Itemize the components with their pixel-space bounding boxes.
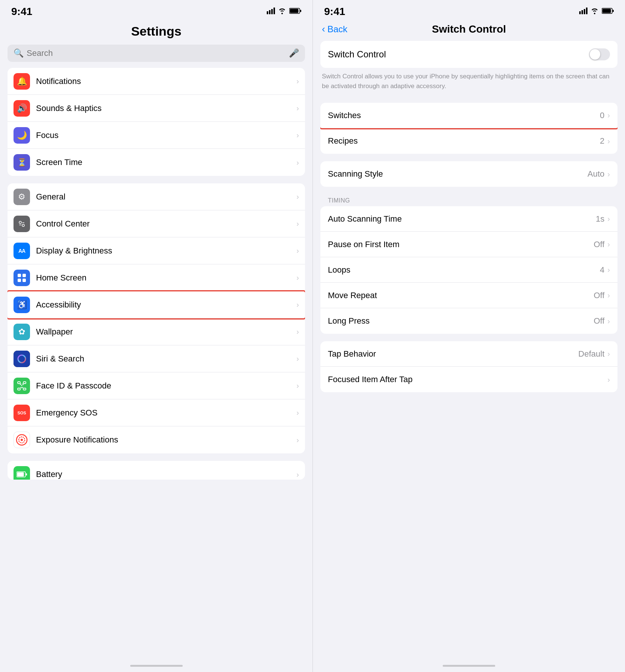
switches-chevron: ›: [607, 111, 610, 120]
svg-rect-32: [602, 9, 611, 13]
svg-rect-14: [23, 279, 26, 282]
exposure-label: Exposure Notifications: [36, 435, 293, 445]
siri-label: Siri & Search: [36, 354, 293, 364]
right-item-focused-item-after-tap[interactable]: Focused Item After Tap ›: [320, 367, 617, 392]
svg-rect-19: [18, 388, 20, 390]
right-item-switches[interactable]: Switches 0 ›: [320, 103, 617, 128]
display-label: Display & Brightness: [36, 246, 293, 256]
left-panel: 9:41 Settings 🔍 🎤 🔔 Notifications ›: [0, 0, 312, 672]
long-press-value: Off: [593, 316, 604, 326]
accessibility-icon: ♿: [14, 297, 30, 313]
faceid-chevron: ›: [296, 381, 299, 390]
focused-item-after-tap-label: Focused Item After Tap: [328, 375, 607, 384]
siri-chevron: ›: [296, 354, 299, 363]
control-center-icon: [14, 216, 30, 232]
wallpaper-icon: ✿: [14, 324, 30, 340]
svg-rect-0: [267, 11, 268, 14]
siri-icon: [14, 351, 30, 367]
right-page-title: Switch Control: [432, 23, 506, 35]
left-page-title: Settings: [0, 20, 312, 45]
svg-rect-17: [18, 382, 20, 384]
sidebar-item-faceid[interactable]: Face ID & Passcode ›: [8, 372, 305, 399]
switch-control-toggle-row[interactable]: Switch Control: [320, 41, 617, 68]
notifications-chevron: ›: [296, 77, 299, 86]
battery-chevron: ›: [296, 470, 299, 479]
sidebar-item-homescreen[interactable]: Home Screen ›: [8, 264, 305, 291]
sounds-chevron: ›: [296, 104, 299, 112]
right-signal-icon: [579, 8, 587, 16]
search-bar[interactable]: 🔍 🎤: [8, 45, 305, 62]
faceid-label: Face ID & Passcode: [36, 381, 293, 391]
screentime-label: Screen Time: [36, 158, 293, 167]
control-center-label: Control Center: [36, 219, 293, 229]
svg-rect-18: [23, 382, 26, 384]
display-icon: AA: [14, 243, 30, 259]
svg-rect-27: [579, 11, 581, 14]
sounds-icon: 🔊: [14, 100, 30, 117]
svg-rect-15: [14, 351, 30, 367]
svg-rect-3: [273, 8, 275, 14]
right-home-bar: [443, 665, 495, 667]
sidebar-item-notifications[interactable]: 🔔 Notifications ›: [8, 68, 305, 95]
homescreen-chevron: ›: [296, 273, 299, 282]
sidebar-item-accessibility[interactable]: ♿ Accessibility ›: [8, 291, 305, 318]
svg-rect-5: [290, 9, 299, 13]
settings-group-3: Battery ›: [8, 461, 305, 480]
right-status-icons: [579, 8, 614, 16]
right-item-move-repeat[interactable]: Move Repeat Off ›: [320, 283, 617, 308]
svg-rect-30: [586, 8, 587, 14]
sidebar-item-sounds[interactable]: 🔊 Sounds & Haptics ›: [8, 95, 305, 122]
move-repeat-value: Off: [593, 291, 604, 300]
right-item-loops[interactable]: Loops 4 ›: [320, 257, 617, 283]
sidebar-item-screentime[interactable]: ⏳ Screen Time ›: [8, 149, 305, 176]
sidebar-item-focus[interactable]: 🌙 Focus ›: [8, 122, 305, 149]
sidebar-item-sos[interactable]: SOS Emergency SOS ›: [8, 399, 305, 426]
battery-icon-item: [14, 466, 30, 480]
recipes-value: 2: [600, 136, 604, 146]
svg-rect-11: [18, 274, 21, 277]
right-item-recipes[interactable]: Recipes 2 ›: [320, 128, 617, 154]
right-item-tap-behavior[interactable]: Tap Behavior Default ›: [320, 341, 617, 367]
mic-icon[interactable]: 🎤: [289, 48, 299, 58]
sidebar-item-siri[interactable]: Siri & Search ›: [8, 345, 305, 372]
timing-section-header: TIMING: [320, 194, 617, 206]
tap-behavior-label: Tap Behavior: [328, 349, 578, 359]
search-input[interactable]: [27, 48, 286, 58]
sidebar-item-general[interactable]: ⚙ General ›: [8, 183, 305, 210]
sidebar-item-battery[interactable]: Battery ›: [8, 461, 305, 480]
svg-point-23: [21, 439, 23, 441]
exposure-chevron: ›: [296, 436, 299, 444]
control-center-chevron: ›: [296, 219, 299, 228]
switches-label: Switches: [328, 111, 600, 120]
focus-label: Focus: [36, 130, 293, 140]
auto-scanning-time-value: 1s: [596, 214, 604, 224]
sidebar-item-wallpaper[interactable]: ✿ Wallpaper ›: [8, 318, 305, 345]
switch-control-toggle[interactable]: [589, 48, 610, 60]
wallpaper-label: Wallpaper: [36, 327, 293, 337]
sidebar-item-display[interactable]: AA Display & Brightness ›: [8, 237, 305, 264]
settings-group-2: ⚙ General › Control Center › AA Display …: [8, 183, 305, 453]
settings-group-1: 🔔 Notifications › 🔊 Sounds & Haptics › 🌙…: [8, 68, 305, 176]
back-button[interactable]: ‹ Back: [322, 23, 347, 35]
switches-value: 0: [600, 111, 604, 120]
sidebar-item-exposure[interactable]: Exposure Notifications ›: [8, 426, 305, 453]
right-home-indicator: [313, 659, 625, 672]
right-item-scanning-style[interactable]: Scanning Style Auto ›: [320, 161, 617, 187]
sos-icon: SOS: [14, 405, 30, 421]
tap-behavior-chevron: ›: [607, 350, 610, 358]
switch-control-description: Switch Control allows you to use your iP…: [320, 72, 617, 97]
recipes-label: Recipes: [328, 136, 600, 146]
left-home-indicator: [0, 659, 312, 672]
right-content: Switch Control Switch Control allows you…: [313, 41, 625, 659]
sidebar-item-control-center[interactable]: Control Center ›: [8, 210, 305, 237]
right-item-pause-first-item[interactable]: Pause on First Item Off ›: [320, 232, 617, 257]
right-item-auto-scanning-time[interactable]: Auto Scanning Time 1s ›: [320, 206, 617, 232]
settings-list: 🔔 Notifications › 🔊 Sounds & Haptics › 🌙…: [0, 68, 312, 659]
svg-rect-25: [17, 472, 24, 477]
svg-rect-10: [22, 222, 24, 223]
signal-icon: [267, 8, 275, 16]
timing-section-header-wrapper: TIMING: [320, 194, 617, 206]
general-label: General: [36, 192, 293, 202]
right-item-long-press[interactable]: Long Press Off ›: [320, 308, 617, 334]
general-chevron: ›: [296, 192, 299, 201]
